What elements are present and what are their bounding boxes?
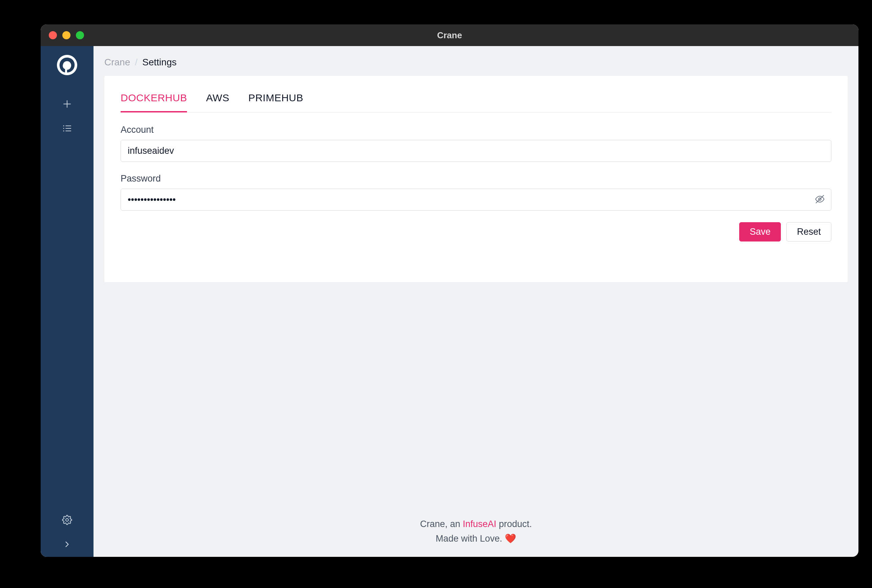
tab-aws[interactable]: AWS [206, 92, 230, 112]
svg-point-9 [63, 130, 65, 131]
toggle-password-visibility[interactable] [812, 192, 827, 207]
password-input[interactable] [121, 189, 831, 211]
heart-icon: ❤️ [505, 534, 516, 544]
breadcrumb: Crane / Settings [93, 46, 858, 76]
footer-line2: Made with Love. ❤️ [93, 531, 858, 546]
save-button[interactable]: Save [739, 222, 781, 242]
settings-tabs: DOCKERHUB AWS PRIMEHUB [121, 92, 831, 112]
close-window-button[interactable] [49, 31, 57, 39]
eye-off-icon [815, 194, 825, 205]
settings-card: DOCKERHUB AWS PRIMEHUB Account Password [104, 76, 848, 282]
infuseai-link[interactable]: InfuseAI [463, 519, 496, 529]
sidebar-list[interactable] [41, 117, 93, 141]
tab-dockerhub[interactable]: DOCKERHUB [121, 92, 187, 112]
password-row: Password [121, 173, 831, 211]
account-row: Account [121, 124, 831, 162]
list-icon [62, 123, 72, 135]
plus-icon [62, 99, 72, 110]
breadcrumb-root[interactable]: Crane [104, 57, 130, 68]
footer-text-post: product. [496, 519, 532, 529]
svg-point-10 [66, 519, 68, 521]
titlebar: Crane [41, 24, 858, 46]
footer: Crane, an InfuseAI product. Made with Lo… [93, 517, 858, 557]
reset-button[interactable]: Reset [786, 222, 831, 242]
titlebar-title: Crane [41, 30, 858, 40]
form-actions: Save Reset [121, 222, 831, 242]
maximize-window-button[interactable] [76, 31, 84, 39]
sidebar-settings[interactable] [41, 508, 93, 532]
svg-point-8 [63, 128, 65, 129]
traffic-lights [49, 31, 84, 39]
breadcrumb-current: Settings [142, 57, 177, 68]
account-label: Account [121, 124, 831, 135]
svg-point-7 [63, 125, 65, 126]
password-label: Password [121, 173, 831, 184]
sidebar-add[interactable] [41, 92, 93, 117]
app-window: Crane [41, 24, 858, 557]
gear-icon [62, 515, 72, 526]
main: Crane / Settings DOCKERHUB AWS PRIMEHUB … [93, 46, 858, 557]
breadcrumb-separator: / [135, 57, 138, 68]
tab-primehub[interactable]: PRIMEHUB [248, 92, 303, 112]
footer-line1: Crane, an InfuseAI product. [93, 517, 858, 531]
sidebar [41, 46, 93, 557]
footer-text-pre: Crane, an [420, 519, 463, 529]
account-input[interactable] [121, 140, 831, 162]
app-logo [56, 54, 78, 76]
svg-point-1 [64, 63, 66, 65]
footer-love-text: Made with Love. [436, 534, 505, 544]
sidebar-expand[interactable] [41, 532, 93, 557]
chevron-right-icon [62, 540, 72, 550]
minimize-window-button[interactable] [62, 31, 71, 39]
